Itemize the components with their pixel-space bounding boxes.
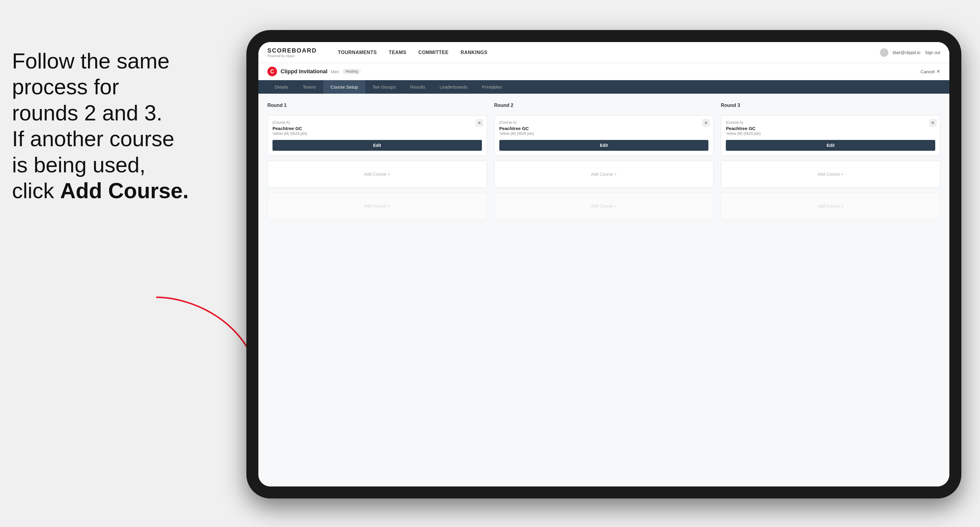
round-1-add-course-label: Add Course + [364, 172, 390, 176]
main-content: Round 1 ✕ (Course A) Peachtree GC Yellow… [258, 94, 949, 486]
instruction-line2: process for [12, 75, 119, 99]
round-1-empty-card: Add Course + [267, 192, 487, 219]
round-2-column: Round 2 ✕ (Course A) Peachtree GC Yellow… [494, 103, 714, 219]
round-2-course-card: ✕ (Course A) Peachtree GC Yellow (M) (66… [494, 115, 714, 156]
round-3-add-course-button[interactable]: Add Course + [721, 161, 940, 188]
nav-tournaments[interactable]: TOURNAMENTS [338, 50, 377, 55]
round-1-course-details: Yellow (M) (6629 yds) [272, 132, 482, 136]
instruction-text: Follow the same process for rounds 2 and… [0, 48, 234, 203]
tablet-screen: SCOREBOARD Powered by clippd TOURNAMENTS… [258, 42, 949, 486]
top-nav: SCOREBOARD Powered by clippd TOURNAMENTS… [258, 42, 949, 63]
round-3-remove-button[interactable]: ✕ [929, 119, 936, 126]
tablet-device: SCOREBOARD Powered by clippd TOURNAMENTS… [247, 30, 961, 498]
tab-tee-groups[interactable]: Tee Groups [365, 80, 403, 94]
round-1-remove-button[interactable]: ✕ [476, 119, 483, 126]
round-3-title: Round 3 [721, 103, 940, 108]
round-3-edit-button[interactable]: Edit [726, 140, 935, 151]
round-1-add-course-button[interactable]: Add Course + [267, 161, 487, 188]
sub-header: C Clippd Invitational Men Hosting Cancel… [258, 63, 949, 80]
round-2-title: Round 2 [494, 103, 714, 108]
logo-sub: Powered by clippd [267, 54, 317, 58]
tab-course-setup[interactable]: Course Setup [323, 80, 365, 94]
instruction-line5: is being used, [12, 153, 145, 177]
round-2-remove-button[interactable]: ✕ [702, 119, 710, 126]
round-1-edit-button[interactable]: Edit [272, 140, 482, 151]
round-2-empty-label: Add Course + [591, 203, 617, 208]
instruction-line1: Follow the same [12, 49, 169, 73]
tab-leaderboards[interactable]: Leaderboards [432, 80, 475, 94]
round-3-empty-label: Add Course + [818, 203, 843, 208]
clippd-logo: C [267, 67, 277, 76]
round-3-course-details: Yellow (M) (6629 yds) [726, 132, 935, 136]
round-3-add-course-label: Add Course + [818, 172, 843, 176]
round-3-course-card: ✕ (Course A) Peachtree GC Yellow (M) (66… [721, 115, 940, 156]
instruction-line6: click [12, 179, 60, 203]
hosting-badge: Hosting [342, 69, 361, 74]
round-2-course-name: Peachtree GC [499, 126, 709, 131]
round-1-title: Round 1 [267, 103, 487, 108]
round-1-course-name: Peachtree GC [272, 126, 482, 131]
round-1-course-card: ✕ (Course A) Peachtree GC Yellow (M) (66… [267, 115, 487, 156]
tab-teams[interactable]: Teams [296, 80, 323, 94]
round-2-add-course-button[interactable]: Add Course + [494, 161, 714, 188]
nav-committee[interactable]: COMMITTEE [418, 50, 449, 55]
round-2-course-details: Yellow (M) (6629 yds) [499, 132, 709, 136]
tab-results[interactable]: Results [403, 80, 432, 94]
round-2-add-course-label: Add Course + [591, 172, 617, 176]
round-1-course-label: (Course A) [272, 121, 482, 125]
round-2-course-label: (Course A) [499, 121, 709, 125]
logo-text: SCOREBOARD [267, 47, 317, 54]
round-2-edit-button[interactable]: Edit [499, 140, 709, 151]
tabs-bar: Details Teams Course Setup Tee Groups Re… [258, 80, 949, 94]
instruction-bold: Add Course. [60, 179, 189, 203]
nav-teams[interactable]: TEAMS [389, 50, 406, 55]
round-3-column: Round 3 ✕ (Course A) Peachtree GC Yellow… [721, 103, 940, 219]
nav-links: TOURNAMENTS TEAMS COMMITTEE RANKINGS [338, 50, 865, 55]
instruction-line4: If another course [12, 127, 174, 151]
round-3-empty-card: Add Course + [721, 192, 940, 219]
user-avatar [880, 48, 888, 57]
sub-header-left: C Clippd Invitational Men Hosting [267, 67, 361, 76]
user-email: blair@clippd.io [893, 50, 921, 55]
tab-details[interactable]: Details [267, 80, 296, 94]
round-1-empty-label: Add Course + [364, 203, 390, 208]
round-3-course-name: Peachtree GC [726, 126, 935, 131]
round-1-column: Round 1 ✕ (Course A) Peachtree GC Yellow… [267, 103, 487, 219]
rounds-grid: Round 1 ✕ (Course A) Peachtree GC Yellow… [267, 103, 940, 219]
round-3-course-label: (Course A) [726, 121, 935, 125]
instruction-line3: rounds 2 and 3. [12, 101, 162, 125]
nav-right: blair@clippd.io Sign out [880, 48, 940, 57]
scoreboard-logo: SCOREBOARD Powered by clippd [267, 47, 317, 58]
nav-rankings[interactable]: RANKINGS [461, 50, 487, 55]
round-2-empty-card: Add Course + [494, 192, 714, 219]
tournament-name: Clippd Invitational Men [281, 68, 339, 75]
cancel-icon: ✕ [936, 69, 940, 74]
cancel-button[interactable]: Cancel ✕ [921, 69, 940, 74]
tab-printables[interactable]: Printables [475, 80, 509, 94]
sign-out-link[interactable]: Sign out [925, 50, 940, 55]
